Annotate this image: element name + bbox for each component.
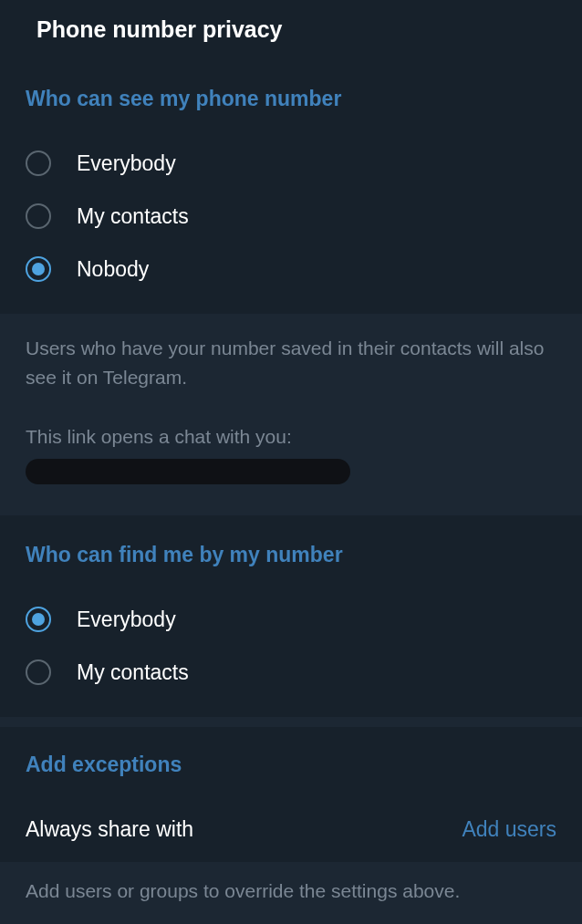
page-title: Phone number privacy bbox=[0, 0, 582, 59]
radio-circle-selected-icon bbox=[26, 607, 51, 632]
description-see: Users who have your number saved in thei… bbox=[0, 314, 582, 515]
radio-option-mycontacts-find[interactable]: My contacts bbox=[0, 646, 582, 699]
section-who-can-see: Who can see my phone number Everybody My… bbox=[0, 59, 582, 314]
radio-list-find: Everybody My contacts bbox=[0, 584, 582, 717]
exception-always-share[interactable]: Always share with Add users bbox=[0, 797, 582, 862]
exception-label: Always share with bbox=[26, 817, 193, 842]
radio-option-nobody-see[interactable]: Nobody bbox=[0, 243, 582, 296]
radio-option-mycontacts-see[interactable]: My contacts bbox=[0, 190, 582, 243]
section-add-exceptions: Add exceptions Always share with Add use… bbox=[0, 727, 582, 862]
radio-circle-icon bbox=[26, 151, 51, 176]
radio-option-everybody-see[interactable]: Everybody bbox=[0, 137, 582, 190]
description-text-1: Users who have your number saved in thei… bbox=[26, 334, 556, 391]
radio-circle-icon bbox=[26, 203, 51, 229]
section-who-can-find: Who can find me by my number Everybody M… bbox=[0, 515, 582, 717]
section-header-find: Who can find me by my number bbox=[0, 515, 582, 584]
exceptions-footer-description: Add users or groups to override the sett… bbox=[0, 862, 582, 924]
section-header-see: Who can see my phone number bbox=[0, 59, 582, 128]
exception-action: Add users bbox=[462, 817, 556, 842]
radio-label: Nobody bbox=[77, 257, 149, 282]
radio-circle-selected-icon bbox=[26, 256, 51, 282]
radio-label: My contacts bbox=[77, 660, 189, 685]
radio-option-everybody-find[interactable]: Everybody bbox=[0, 593, 582, 646]
radio-label: Everybody bbox=[77, 151, 176, 176]
section-divider bbox=[0, 717, 582, 727]
redacted-link bbox=[26, 459, 350, 484]
radio-circle-icon bbox=[26, 659, 51, 685]
section-header-exceptions: Add exceptions bbox=[0, 727, 582, 797]
radio-label: My contacts bbox=[77, 204, 189, 229]
radio-list-see: Everybody My contacts Nobody bbox=[0, 128, 582, 314]
radio-label: Everybody bbox=[77, 607, 176, 632]
description-text-2: This link opens a chat with you: bbox=[26, 422, 556, 452]
